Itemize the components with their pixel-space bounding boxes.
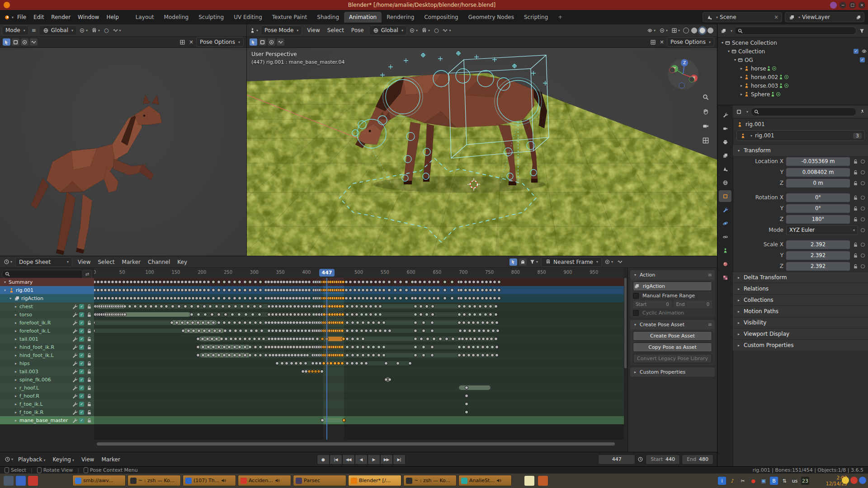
keyframe[interactable]	[340, 353, 344, 357]
select-lasso-tool[interactable]	[30, 38, 38, 46]
orientation-dropdown[interactable]: Global▾	[369, 25, 407, 35]
viewlayer-selector[interactable]: ▾ ViewLayer	[785, 12, 864, 22]
select-circle-tool[interactable]	[268, 38, 275, 46]
wrench-icon[interactable]	[72, 377, 78, 383]
lock-icon[interactable]	[86, 369, 92, 375]
shading-wireframe-icon[interactable]	[683, 28, 689, 33]
frame-start-field[interactable]: Start440	[646, 455, 680, 465]
collection-checkbox[interactable]: ✓	[860, 57, 865, 62]
outliner-row-horse-003[interactable]: ▸horse.003	[717, 81, 868, 90]
close-button[interactable]: ×	[859, 2, 865, 9]
tray-counter[interactable]: 23	[801, 477, 809, 485]
create-pose-asset-panel-header[interactable]: ▾Create Pose Asset≡	[630, 320, 715, 329]
snap-dropdown[interactable]: ▾	[420, 26, 431, 35]
lock-icon[interactable]	[86, 304, 92, 310]
menu-window[interactable]: Window	[74, 14, 103, 20]
gizmos-dropdown[interactable]: ▾	[658, 26, 669, 35]
properties-tab-object-data[interactable]	[719, 244, 731, 256]
play-reverse-button[interactable]: ◀	[355, 455, 368, 465]
keyframe[interactable]	[340, 329, 344, 333]
lock-icon[interactable]	[853, 216, 858, 222]
menu-render[interactable]: Render	[47, 14, 74, 20]
dope-menu-key[interactable]: Key	[174, 259, 191, 265]
range-end-field[interactable]: End0	[674, 300, 712, 308]
channel-enable-checkbox[interactable]: ✓	[79, 394, 84, 399]
properties-tab-constraints[interactable]	[719, 231, 731, 243]
dope-menu-channel[interactable]: Channel	[144, 259, 174, 265]
wrench-icon[interactable]	[72, 409, 78, 415]
pivot-dropdown[interactable]: ▾	[408, 26, 419, 35]
channel-search-input[interactable]	[2, 270, 85, 278]
lock-icon[interactable]	[853, 159, 858, 164]
keyframe[interactable]	[340, 321, 344, 324]
taskbar-app[interactable]: (107) Th...	[183, 475, 236, 486]
current-frame-indicator[interactable]: 447	[319, 269, 335, 277]
channel-enable-checkbox[interactable]: ✓	[79, 377, 84, 382]
workspace-tab-shading[interactable]: Shading	[312, 12, 344, 23]
transform-panel-header[interactable]: ▾Transform	[733, 145, 868, 156]
outliner-row-horse[interactable]: ▸horse	[717, 64, 868, 73]
properties-tab-world[interactable]	[719, 177, 731, 188]
channel-enable-checkbox[interactable]: ✓	[79, 418, 84, 423]
falloff-dropdown[interactable]: ▾	[441, 26, 452, 35]
viewport-menu-select[interactable]: Select	[324, 27, 348, 33]
record-button[interactable]: ●	[317, 455, 330, 465]
lock-icon[interactable]	[86, 393, 92, 399]
launcher-browser[interactable]	[28, 476, 38, 486]
snap-mode-dropdown[interactable]: Nearest Frame▾	[541, 257, 602, 267]
channel-enable-checkbox[interactable]: ✓	[79, 385, 84, 390]
overlays-dropdown[interactable]: ▾	[670, 26, 681, 35]
panel-viewport-display[interactable]: ▸Viewport Display	[733, 328, 868, 339]
channel-summary[interactable]: ▾Summary	[0, 278, 94, 286]
taskbar-app[interactable]: smb://awv...	[72, 475, 126, 486]
wrench-icon[interactable]	[72, 352, 78, 358]
pose-options-popover[interactable]: Pose Options▾	[667, 37, 714, 47]
lock-icon[interactable]	[853, 263, 858, 269]
wrench-icon[interactable]	[72, 336, 78, 342]
prev-keyframe-button[interactable]: ◀◀	[342, 455, 355, 465]
channel-hips[interactable]: ▸hips✓	[0, 359, 94, 367]
channel-enable-checkbox[interactable]: ✓	[79, 337, 84, 342]
channel-f-toe-ik-l[interactable]: ▸f_toe_ik.L✓	[0, 400, 94, 408]
taskbar-app[interactable]: ~ : zsh — Ko...	[127, 475, 181, 486]
workspace-tab-rendering[interactable]: Rendering	[382, 12, 419, 23]
properties-tab-material[interactable]	[719, 258, 731, 270]
show-hidden-filter-icon[interactable]	[519, 258, 527, 266]
channel-f-hoof-r[interactable]: ▸f_hoof.R✓	[0, 392, 94, 400]
viewport-left-canvas[interactable]	[0, 48, 246, 257]
panel-delta-transform[interactable]: ▸Delta Transform	[733, 272, 868, 283]
animate-dot[interactable]	[861, 253, 865, 258]
outliner-row-horse-002[interactable]: ▸horse.002	[717, 73, 868, 81]
shading-rendered-icon[interactable]	[708, 28, 713, 33]
channel-enable-checkbox[interactable]: ✓	[79, 320, 84, 325]
keyframe[interactable]	[340, 361, 344, 365]
editor-type-dropdown[interactable]: ▾	[3, 258, 14, 267]
shading-material-icon[interactable]	[699, 28, 705, 33]
properties-search-input[interactable]	[751, 108, 856, 116]
close-region-icon[interactable]: ×	[658, 38, 665, 47]
next-keyframe-button[interactable]: ▶▶	[380, 455, 393, 465]
channel-enable-checkbox[interactable]: ✓	[79, 304, 84, 309]
object-name-field[interactable]: ▾ rig.001 3	[736, 130, 865, 141]
channel-rigaction[interactable]: ▾rigAction	[0, 294, 94, 302]
launcher-show-desktop[interactable]	[4, 476, 14, 486]
wrench-icon[interactable]	[72, 320, 78, 326]
cyclic-animation-checkbox[interactable]: Cyclic Animation	[633, 310, 712, 316]
corner-indicator[interactable]	[850, 477, 858, 484]
dope-menu-marker[interactable]: Marker	[118, 259, 144, 265]
lock-icon[interactable]	[853, 242, 858, 247]
channel-enable-checkbox[interactable]: ✓	[79, 361, 84, 366]
lock-icon[interactable]	[86, 409, 92, 415]
corner-indicator[interactable]	[842, 477, 849, 484]
copy-pose-as-asset-button[interactable]: Copy Pose as Asset	[633, 343, 712, 352]
wrench-icon[interactable]	[72, 304, 78, 310]
animate-dot[interactable]	[861, 160, 865, 164]
lock-icon[interactable]	[853, 169, 858, 175]
panel-relations[interactable]: ▸Relations	[733, 283, 868, 294]
dope-sheet-mode-dropdown[interactable]: Dope Sheet▾	[15, 257, 72, 267]
timeline-editor-icon[interactable]: ▾	[4, 455, 14, 464]
properties-tab-scene[interactable]	[719, 163, 731, 175]
lock-icon[interactable]	[86, 312, 92, 318]
filter-icon[interactable]	[859, 28, 865, 34]
playhead-line[interactable]	[326, 278, 327, 440]
